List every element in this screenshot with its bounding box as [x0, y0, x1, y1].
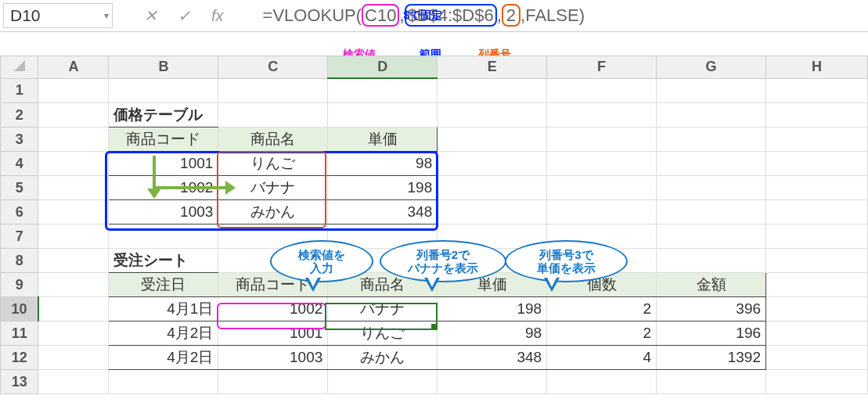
formula-icons: ✕ ✓ fx — [144, 6, 224, 25]
col-header[interactable]: F — [547, 56, 657, 79]
table-cell[interactable]: 4 — [547, 346, 657, 370]
table-cell[interactable]: 98 — [328, 152, 438, 176]
row-header[interactable]: 8 — [1, 249, 38, 273]
col-header[interactable]: G — [657, 56, 766, 79]
order-sheet-title[interactable]: 受注シート — [109, 249, 218, 273]
row-header[interactable]: 6 — [1, 200, 38, 224]
row-header[interactable]: 12 — [1, 346, 38, 370]
price-header[interactable]: 商品コード — [109, 127, 218, 152]
table-cell[interactable]: 396 — [657, 297, 766, 321]
order-header[interactable]: 単価 — [438, 273, 547, 297]
order-header[interactable]: 個数 — [547, 273, 657, 297]
table-cell[interactable]: バナナ — [328, 297, 438, 321]
row-header[interactable]: 1 — [1, 78, 38, 103]
name-box-value: D10 — [10, 6, 41, 25]
select-all[interactable] — [1, 56, 38, 79]
table-cell[interactable]: りんご — [328, 321, 438, 346]
price-header[interactable]: 商品名 — [218, 127, 328, 152]
row-header[interactable]: 3 — [1, 127, 38, 152]
col-header[interactable]: D — [328, 56, 438, 79]
table-cell[interactable]: 2 — [547, 321, 657, 346]
row-header[interactable]: 10 — [1, 297, 38, 321]
col-header[interactable]: C — [218, 56, 328, 79]
order-header[interactable]: 受注日 — [109, 273, 218, 297]
chevron-down-icon[interactable]: ▾ — [104, 10, 109, 21]
table-cell[interactable]: 1003 — [218, 346, 328, 370]
table-cell[interactable]: 1001 — [218, 321, 328, 346]
cancel-icon[interactable]: ✕ — [144, 6, 157, 25]
col-header[interactable]: H — [766, 56, 868, 79]
select-all-icon — [14, 60, 25, 71]
row-header[interactable]: 5 — [1, 176, 38, 200]
fx-icon[interactable]: fx — [211, 7, 224, 25]
table-cell[interactable]: 2 — [547, 297, 657, 321]
enter-icon[interactable]: ✓ — [178, 6, 191, 25]
table-cell[interactable]: 1392 — [657, 346, 766, 370]
table-cell[interactable]: 4月2日 — [109, 321, 218, 346]
table-cell[interactable]: りんご — [218, 152, 328, 176]
order-header[interactable]: 商品コード — [218, 273, 328, 297]
col-header[interactable]: A — [38, 56, 109, 79]
formula-arg-col: 2 — [502, 4, 520, 27]
formula-bar: D10 ▾ ✕ ✓ fx =VLOOKUP(C10,$B$4:$D$6,2,FA… — [0, 0, 868, 32]
formula-arg-lookup-value: C10 — [362, 4, 399, 27]
table-cell[interactable]: 198 — [328, 176, 438, 200]
order-header[interactable]: 商品名 — [328, 273, 438, 297]
table-cell[interactable]: 4月1日 — [109, 297, 218, 321]
table-cell[interactable]: みかん — [328, 346, 438, 370]
table-cell[interactable]: 1001 — [109, 152, 218, 176]
table-cell[interactable]: 1002 — [218, 297, 328, 321]
table-cell[interactable]: 1003 — [109, 200, 218, 224]
col-header[interactable]: E — [438, 56, 547, 79]
row-header[interactable]: 4 — [1, 152, 38, 176]
row-header[interactable]: 7 — [1, 224, 38, 249]
row-header[interactable]: 11 — [1, 321, 38, 346]
row-header[interactable]: 2 — [1, 103, 38, 127]
formula-input[interactable]: =VLOOKUP(C10,$B$4:$D$6,2,FALSE) $で固定 検索値… — [263, 5, 585, 26]
spreadsheet-grid[interactable]: A B C D E F G H 1 2 価格テーブル 3 商品コード 商品名 単… — [0, 56, 868, 394]
table-cell[interactable]: 348 — [328, 200, 438, 224]
row-header[interactable]: 13 — [1, 370, 38, 394]
table-cell[interactable]: 348 — [438, 346, 547, 370]
table-cell[interactable]: バナナ — [218, 176, 328, 200]
name-box[interactable]: D10 ▾ — [3, 3, 113, 28]
table-cell[interactable]: みかん — [218, 200, 328, 224]
price-table-title[interactable]: 価格テーブル — [109, 103, 218, 127]
table-cell[interactable]: 1002 — [109, 176, 218, 200]
label-fixed: $で固定 — [404, 9, 443, 23]
table-cell[interactable]: 196 — [657, 321, 766, 346]
column-header-row: A B C D E F G H — [1, 56, 868, 79]
table-cell[interactable]: 98 — [438, 321, 547, 346]
col-header[interactable]: B — [109, 56, 218, 79]
order-header[interactable]: 金額 — [657, 273, 766, 297]
row-header[interactable]: 9 — [1, 273, 38, 297]
table-cell[interactable]: 4月2日 — [109, 346, 218, 370]
price-header[interactable]: 単価 — [328, 127, 438, 152]
table-cell[interactable]: 198 — [438, 297, 547, 321]
